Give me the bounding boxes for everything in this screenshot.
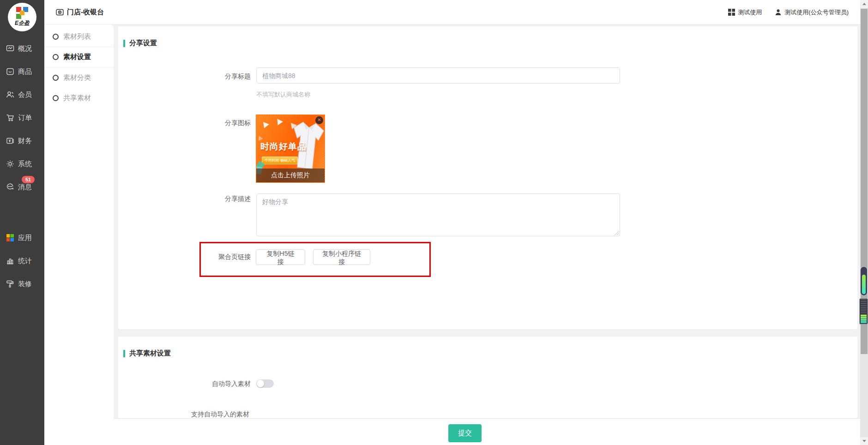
sidebar-item-label: 统计 <box>18 257 32 265</box>
sidebar-item-decorate[interactable]: 装修 <box>0 272 44 295</box>
bar-chart-icon <box>6 257 14 265</box>
main-content: 分享设置 分享标题 不填写默认商城名称 分享图标 时尚好单品 个性时尚 畅销人气… <box>114 24 860 445</box>
section-title: 分享设置 <box>129 39 157 48</box>
page-title-text: 门店-收银台 <box>67 8 104 17</box>
account-menu[interactable]: 测试使用(公众号管理员) <box>775 8 849 17</box>
submenu-item-shared-material[interactable]: 共享素材 <box>44 88 114 108</box>
top-bar: 门店-收银台 测试使用 测试使用(公众号管理员) <box>44 0 868 24</box>
account-menu-label: 测试使用(公众号管理员) <box>784 8 849 17</box>
sidebar-item-members[interactable]: 会员 <box>0 83 44 106</box>
store-switcher-label: 测试使用 <box>738 8 762 17</box>
aggregate-link-label: 聚合页链接 <box>177 253 251 261</box>
upload-overlay[interactable]: 点击上传照片 <box>256 168 325 182</box>
share-desc-label: 分享描述 <box>177 195 251 203</box>
arrow-decor-icon <box>263 121 270 128</box>
stripes-lit <box>861 314 867 323</box>
up-arrow-icon <box>862 3 866 5</box>
cashier-icon <box>56 9 64 16</box>
goods-icon <box>6 67 14 76</box>
down-arrow-icon <box>862 440 866 442</box>
promo-headline: 时尚好单品 <box>260 141 307 153</box>
submenu-item-material-list[interactable]: 素材列表 <box>44 27 114 47</box>
share-icon-uploader[interactable]: 时尚好单品 个性时尚 畅销人气 点击上传照片 ✕ <box>256 114 325 183</box>
sidebar-item-finance[interactable]: 财务 <box>0 129 44 152</box>
meter-fill <box>862 275 866 294</box>
sidebar-item-label: 系统 <box>18 160 32 168</box>
sidebar-item-label: 应用 <box>18 234 32 242</box>
sidebar-item-apps[interactable]: 应用 <box>0 226 44 249</box>
shared-material-header: 共享素材设置 <box>123 349 171 358</box>
apps-grid-icon <box>6 234 14 242</box>
share-icon-label: 分享图标 <box>177 119 251 127</box>
submenu-item-label: 素材设置 <box>63 53 91 61</box>
sidebar-item-label: 消息 <box>18 183 32 192</box>
gear-icon <box>6 160 14 168</box>
sidebar-item-label: 概况 <box>18 44 32 53</box>
main-sidebar: E企盈 概况 商品 会员 <box>0 0 44 445</box>
scroll-indicator-meter <box>860 266 868 296</box>
message-count-badge: 51 <box>22 176 35 183</box>
sidebar-item-stats[interactable]: 统计 <box>0 249 44 272</box>
radio-circle-icon <box>53 75 59 81</box>
page-title: 门店-收银台 <box>56 0 104 24</box>
radio-circle-icon <box>53 54 59 60</box>
sidebar-item-orders[interactable]: 订单 <box>0 106 44 129</box>
sidebar-item-system[interactable]: 系统 <box>0 152 44 175</box>
share-desc-textarea[interactable] <box>256 193 620 236</box>
toggle-knob <box>257 380 264 387</box>
scroll-up-button[interactable] <box>860 0 868 8</box>
copy-miniprogram-link-button[interactable]: 复制小程序链接 <box>313 249 370 265</box>
overview-icon <box>6 44 14 53</box>
auto-import-toggle[interactable] <box>256 379 274 388</box>
submit-button[interactable]: 提交 <box>448 424 482 442</box>
sidebar-item-label: 装修 <box>18 280 32 289</box>
submenu-item-material-settings[interactable]: 素材设置 <box>44 47 114 67</box>
section-accent-bar <box>123 40 125 47</box>
paint-roller-icon <box>6 280 14 288</box>
sidebar-item-label: 商品 <box>18 67 32 76</box>
section-title: 共享素材设置 <box>129 349 171 358</box>
grid-icon <box>728 9 735 16</box>
support-import-label: 支持自动导入的素材 <box>175 410 249 419</box>
remove-image-button[interactable]: ✕ <box>315 116 323 124</box>
cart-icon <box>6 114 14 122</box>
share-title-input[interactable] <box>256 67 620 84</box>
promo-badge: 个性时尚 畅销人气 <box>262 156 298 164</box>
share-title-label: 分享标题 <box>177 72 251 81</box>
share-settings-header: 分享设置 <box>123 39 157 48</box>
section-accent-bar <box>123 350 125 357</box>
material-submenu: 素材列表 素材设置 素材分类 共享素材 <box>44 24 114 445</box>
share-title-hint: 不填写默认商城名称 <box>256 90 310 99</box>
nav-spacer <box>0 198 44 226</box>
brand-logo-icon <box>16 7 28 19</box>
sidebar-item-label: 订单 <box>18 114 32 122</box>
submenu-item-label: 素材列表 <box>63 32 91 41</box>
share-desc-field <box>256 193 620 236</box>
sidebar-item-messages[interactable]: 消息 51 <box>0 175 44 198</box>
money-icon <box>6 137 14 145</box>
sidebar-item-goods[interactable]: 商品 <box>0 60 44 83</box>
share-settings-panel: 分享设置 分享标题 不填写默认商城名称 分享图标 时尚好单品 个性时尚 畅销人气… <box>118 26 857 329</box>
copy-h5-link-button[interactable]: 复制H5链接 <box>256 249 305 265</box>
shared-material-panel: 共享素材设置 自动导入素材 支持自动导入的素材 <box>118 337 857 418</box>
members-icon <box>6 90 14 99</box>
scroll-down-button[interactable] <box>860 437 868 445</box>
sidebar-item-overview[interactable]: 概况 <box>0 37 44 60</box>
page-scrollbar <box>860 0 868 445</box>
radio-circle-icon <box>53 95 59 101</box>
auto-import-label: 自动导入素材 <box>177 380 251 388</box>
brand-logo[interactable]: E企盈 <box>8 3 36 31</box>
main-nav: 概况 商品 会员 订单 <box>0 37 44 295</box>
submenu-item-material-category[interactable]: 素材分类 <box>44 67 114 88</box>
user-icon <box>775 9 782 16</box>
chat-icon <box>6 183 14 191</box>
store-switcher[interactable]: 测试使用 <box>728 8 762 17</box>
submenu-item-label: 共享素材 <box>63 94 91 102</box>
sidebar-item-label: 财务 <box>18 137 32 145</box>
radio-circle-icon <box>53 34 59 40</box>
sidebar-item-label: 会员 <box>18 90 32 99</box>
arrow-decor-icon <box>277 119 283 126</box>
scroll-indicator-stripes <box>859 298 868 325</box>
stripes-dark <box>861 300 867 314</box>
submenu-item-label: 素材分类 <box>63 73 91 82</box>
